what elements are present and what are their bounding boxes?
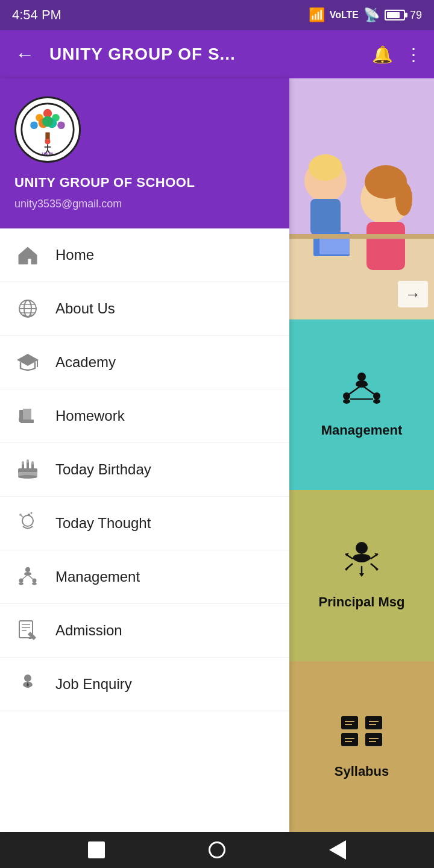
sidebar-item-job-enquiry-label: Job Enquiry [55, 676, 132, 693]
battery-icon [385, 10, 405, 20]
lte-icon: VoLTE [330, 10, 359, 20]
sidebar-item-job-enquiry[interactable]: Job Enquiry [0, 658, 289, 711]
school-name-label: UNITY GROUP OF SCHOOL [14, 175, 275, 190]
sidebar: UNITY UNITY GROUP OF SCHOOL unity3535@gm… [0, 78, 289, 832]
svg-point-3 [30, 122, 38, 130]
signal-icon: 📶 [309, 7, 325, 23]
management-card[interactable]: Management [289, 319, 434, 490]
svg-line-78 [345, 564, 353, 570]
home-icon [14, 242, 41, 268]
svg-line-43 [21, 574, 28, 580]
svg-point-39 [19, 514, 22, 516]
management-icon [14, 564, 41, 590]
svg-point-30 [27, 459, 29, 463]
svg-point-31 [31, 461, 34, 465]
sidebar-item-today-birthday-label: Today Birthday [55, 461, 151, 478]
status-time: 4:54 PM [12, 7, 61, 23]
svg-point-65 [357, 373, 366, 381]
sidebar-item-home[interactable]: Home [0, 228, 289, 282]
svg-point-56 [309, 154, 342, 181]
syllabus-card-label: Syllabus [335, 764, 389, 779]
status-icons: 📶 VoLTE 📡 79 [309, 7, 422, 23]
syllabus-card[interactable]: Syllabus [289, 661, 434, 832]
back-triangle-icon [329, 840, 346, 860]
wifi-icon: 📡 [363, 7, 380, 23]
principal-card-icon [341, 541, 383, 587]
grid-cards: Management [289, 319, 434, 832]
sidebar-item-management-label: Management [55, 568, 140, 585]
sidebar-header: UNITY UNITY GROUP OF SCHOOL unity3535@gm… [0, 78, 289, 228]
sidebar-item-homework-label: Homework [55, 407, 125, 424]
globe-icon [14, 295, 41, 322]
management-card-icon [341, 372, 383, 415]
svg-point-35 [22, 515, 33, 526]
svg-rect-24 [23, 409, 31, 421]
admission-icon [14, 617, 41, 644]
notification-bell-icon[interactable]: 🔔 [372, 45, 393, 64]
battery-percent: 79 [410, 9, 422, 22]
svg-line-69 [362, 385, 377, 396]
school-logo: UNITY [14, 96, 81, 163]
svg-point-40 [25, 567, 30, 572]
top-bar: ← UNITY GROUP OF S... 🔔 ⋮ [0, 30, 434, 78]
sidebar-item-today-birthday[interactable]: Today Birthday [0, 443, 289, 497]
status-bar: 4:54 PM 📶 VoLTE 📡 79 [0, 0, 434, 30]
menu-list: Home About Us [0, 228, 289, 832]
svg-point-4 [57, 122, 65, 130]
next-arrow-button[interactable]: → [398, 281, 428, 307]
svg-point-29 [22, 461, 24, 465]
job-icon [14, 671, 41, 697]
svg-point-7 [42, 116, 53, 127]
svg-point-34 [18, 475, 37, 479]
management-card-label: Management [321, 423, 402, 438]
books-icon [14, 403, 41, 429]
more-options-icon[interactable]: ⋮ [405, 45, 422, 64]
svg-point-36 [28, 514, 30, 516]
principal-msg-card-label: Principal Msg [318, 594, 404, 610]
sidebar-item-today-thought-label: Today Thought [55, 515, 151, 532]
svg-rect-83 [341, 733, 358, 746]
svg-rect-85 [365, 733, 382, 746]
sidebar-item-home-label: Home [55, 247, 94, 263]
svg-line-44 [28, 574, 34, 580]
bottom-nav [0, 832, 434, 868]
home-button[interactable] [206, 839, 228, 861]
svg-rect-25 [20, 420, 34, 423]
svg-point-9 [45, 139, 51, 144]
syllabus-card-icon [338, 713, 386, 756]
back-button[interactable]: ← [12, 40, 37, 69]
svg-rect-82 [341, 716, 358, 729]
principal-msg-card[interactable]: Principal Msg [289, 490, 434, 661]
cake-icon [14, 456, 41, 483]
svg-rect-84 [365, 716, 382, 729]
recent-apps-button[interactable] [86, 839, 107, 861]
svg-marker-81 [359, 573, 364, 577]
circle-icon [209, 841, 225, 858]
sidebar-item-about-us-label: About Us [55, 300, 115, 317]
svg-rect-57 [310, 199, 341, 235]
logo-svg: UNITY [20, 102, 75, 157]
school-email-label: unity3535@gmail.com [14, 198, 275, 210]
sidebar-item-management[interactable]: Management [0, 550, 289, 604]
page-title: UNITY GROUP OF S... [49, 45, 360, 64]
square-icon [88, 841, 105, 858]
thought-icon [14, 510, 41, 536]
svg-rect-64 [289, 234, 434, 239]
svg-line-38 [21, 515, 23, 517]
sidebar-item-academy[interactable]: Academy [0, 336, 289, 389]
svg-point-37 [31, 512, 33, 514]
svg-point-71 [356, 542, 368, 554]
sidebar-item-admission[interactable]: Admission [0, 604, 289, 658]
svg-point-60 [395, 182, 412, 216]
sidebar-item-about-us[interactable]: About Us [0, 282, 289, 336]
main-content: UNITY UNITY GROUP OF SCHOOL unity3535@gm… [0, 78, 434, 832]
svg-line-68 [347, 385, 362, 396]
svg-line-76 [371, 564, 378, 570]
graduation-icon [14, 349, 41, 376]
sidebar-item-homework[interactable]: Homework [0, 389, 289, 443]
back-nav-button[interactable] [327, 839, 348, 861]
sidebar-item-academy-label: Academy [55, 354, 116, 371]
sidebar-item-admission-label: Admission [55, 622, 122, 639]
sidebar-item-today-thought[interactable]: Today Thought [0, 497, 289, 550]
svg-point-51 [24, 675, 31, 682]
